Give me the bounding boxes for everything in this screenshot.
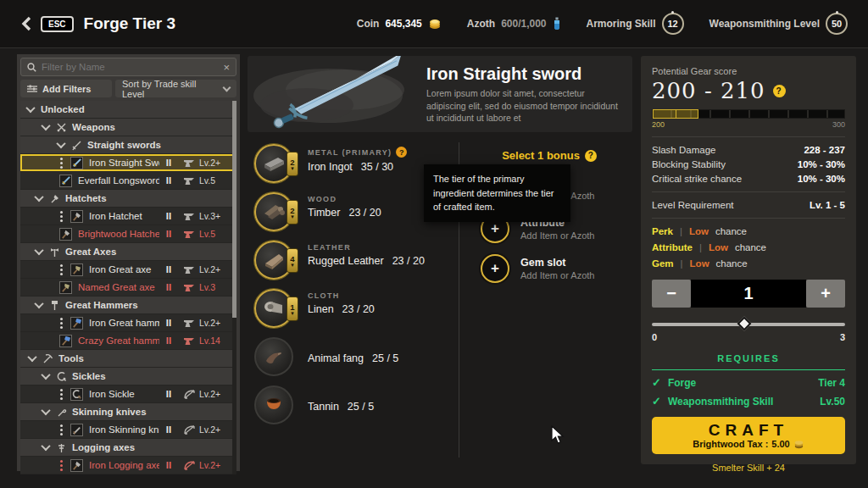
list-item-brightwood-hatchet[interactable]: Brightwood HatchetIILv.5 bbox=[20, 225, 236, 243]
sickle-icon bbox=[56, 371, 67, 382]
clear-search-icon[interactable]: × bbox=[223, 62, 230, 73]
gear-score-range bbox=[653, 109, 698, 119]
tree-group-great-hammers[interactable]: Great Hammers bbox=[20, 297, 236, 314]
search-input[interactable] bbox=[42, 62, 218, 72]
list-item-iron-logging-axe[interactable]: Iron Logging axeIILv.2+ bbox=[20, 457, 236, 474]
ingredient-rugged-leather: 4▼ LEATHER Rugged Leather23 / 20 bbox=[254, 241, 456, 280]
list-item-crazy-great-hammer[interactable]: Crazy Great hammerIILv.14 bbox=[20, 332, 236, 350]
kebab-menu-icon[interactable] bbox=[60, 429, 63, 431]
list-item-iron-great-axe[interactable]: Iron Great axeIILv.2+ bbox=[20, 261, 236, 279]
ingredient-tannin: Tannin25 / 5 bbox=[254, 385, 456, 424]
item-name: Iron Straight sword bbox=[426, 64, 619, 84]
bonus-slot-gem[interactable]: + Gem slotAdd Item or Azoth bbox=[465, 254, 633, 283]
item-icon bbox=[70, 263, 83, 276]
item-icon bbox=[59, 335, 72, 347]
smithing-skill-icon bbox=[183, 264, 196, 275]
azoth-vial-icon bbox=[553, 17, 561, 30]
scrollbar[interactable] bbox=[232, 101, 236, 474]
ingredient-slot[interactable] bbox=[254, 337, 293, 376]
quantity-badge[interactable]: 2▼ bbox=[287, 200, 298, 225]
smithing-skill-icon bbox=[183, 336, 196, 347]
plus-icon[interactable]: + bbox=[481, 254, 509, 283]
cloth-icon bbox=[262, 298, 286, 319]
ingredient-slot[interactable]: 2▼ bbox=[254, 144, 293, 183]
chevron-down-icon bbox=[56, 139, 65, 148]
kebab-menu-icon[interactable] bbox=[60, 464, 63, 467]
list-item-iron-skinning-knife[interactable]: Iron Skinning knifeIILv.2+ bbox=[20, 421, 236, 439]
list-item-everfall-longsword[interactable]: Everfall LongswordIILv.5 bbox=[20, 172, 236, 190]
item-icon bbox=[59, 281, 72, 294]
badge-arrow-icon: ▼ bbox=[290, 167, 295, 171]
kebab-menu-icon[interactable] bbox=[60, 393, 63, 396]
timber-icon bbox=[262, 202, 286, 222]
ingredient-linen: 1▼ CLOTH Linen23 / 20 bbox=[254, 289, 456, 328]
search-box[interactable]: × bbox=[20, 58, 236, 76]
tree-group-unlocked[interactable]: Unlocked bbox=[20, 101, 236, 119]
hammer-icon bbox=[49, 300, 60, 311]
tree-group-weapons[interactable]: Weapons bbox=[20, 119, 236, 136]
quantity-slider[interactable] bbox=[652, 319, 845, 330]
esc-key-badge[interactable]: ESC bbox=[41, 16, 74, 32]
decrease-button[interactable]: − bbox=[652, 280, 691, 308]
chevron-down-icon bbox=[34, 299, 43, 308]
quantity-badge[interactable]: 1▼ bbox=[287, 297, 298, 321]
ingredient-slot[interactable] bbox=[254, 385, 293, 424]
logging-axe-icon bbox=[56, 442, 67, 453]
list-item-iron-straight-sword[interactable]: Iron Straight SwordIILv.2+ bbox=[20, 154, 236, 172]
badge-arrow-icon: ▼ bbox=[290, 263, 295, 268]
chevron-down-icon bbox=[34, 246, 43, 255]
tree-group-sickles[interactable]: Sickles bbox=[20, 368, 236, 385]
help-icon[interactable]: ? bbox=[396, 147, 407, 158]
sort-dropdown[interactable]: Sort by Trade skill Level bbox=[115, 80, 236, 97]
quantity-value: 1 bbox=[691, 280, 806, 308]
kebab-menu-icon[interactable] bbox=[60, 162, 63, 164]
craft-button[interactable]: CRAFT Brightwood Tax :5.00 bbox=[652, 417, 845, 454]
list-item-iron-sickle[interactable]: Iron SickleIILv.2+ bbox=[20, 385, 236, 403]
slider-handle[interactable] bbox=[737, 317, 751, 331]
tree-group-straight-swords[interactable]: Straight swords bbox=[20, 136, 236, 154]
tree-group-great-axes[interactable]: Great Axes bbox=[20, 243, 236, 261]
smithing-skill-icon bbox=[183, 282, 196, 293]
tree-group-logging-axes[interactable]: Logging axes bbox=[20, 439, 236, 457]
help-icon[interactable]: ? bbox=[773, 85, 786, 97]
back-icon[interactable] bbox=[20, 16, 32, 31]
increase-button[interactable]: + bbox=[806, 280, 845, 308]
tree-group-skinning-knives[interactable]: Skinning knives bbox=[20, 403, 236, 421]
list-item-iron-great-hammers[interactable]: Iron Great hammersIILv.2+ bbox=[20, 314, 236, 332]
armoring-skill-gauge: 12 bbox=[662, 13, 684, 35]
ingredient-slot[interactable]: 4▼ bbox=[254, 241, 293, 280]
ingredient-slot[interactable]: 2▼ bbox=[254, 192, 293, 231]
scrollbar-thumb[interactable] bbox=[232, 101, 236, 318]
stat-row: Blocking Stability10% - 30% bbox=[652, 159, 845, 169]
help-icon[interactable]: ? bbox=[585, 150, 597, 162]
list-item-named-great-axe[interactable]: Named Great axeIILv.3 bbox=[20, 279, 236, 297]
item-icon bbox=[70, 210, 83, 223]
ingredient-animal-fang: Animal fang25 / 5 bbox=[254, 337, 456, 376]
ingredient-slot[interactable]: 1▼ bbox=[254, 289, 293, 328]
quantity-stepper: − 1 + bbox=[652, 280, 845, 308]
check-icon: ✓ bbox=[652, 395, 661, 408]
kebab-menu-icon[interactable] bbox=[60, 322, 63, 324]
leather-icon bbox=[262, 250, 286, 270]
stat-row: Slash Damage228 - 237 bbox=[652, 145, 845, 155]
tree-group-tools[interactable]: Tools bbox=[20, 350, 236, 368]
list-item-iron-hatchet[interactable]: Iron HatchetIILv.3+ bbox=[20, 208, 236, 225]
quantity-badge[interactable]: 4▼ bbox=[287, 248, 298, 273]
add-filters-button[interactable]: Add Filters bbox=[20, 80, 112, 97]
mouse-cursor bbox=[551, 425, 565, 446]
check-icon: ✓ bbox=[652, 376, 661, 389]
recipe-sidebar: × Add Filters Sort by Trade skill Level … bbox=[17, 54, 240, 471]
item-tier: Tier II bbox=[426, 131, 619, 132]
quantity-badge[interactable]: 2▼ bbox=[287, 152, 298, 176]
item-icon bbox=[59, 228, 72, 241]
tannin-pot-icon bbox=[263, 395, 285, 415]
chevron-down-icon bbox=[41, 441, 50, 451]
smithing-skill-icon bbox=[183, 175, 196, 186]
filter-sliders-icon bbox=[27, 85, 37, 93]
armoring-skill: Armoring Skill 12 bbox=[587, 13, 684, 35]
kebab-menu-icon[interactable] bbox=[60, 269, 63, 271]
great-axe-icon bbox=[49, 247, 60, 258]
kebab-menu-icon[interactable] bbox=[60, 215, 63, 218]
chevron-down-icon bbox=[41, 121, 50, 130]
tree-group-hatchets[interactable]: Hatchets bbox=[20, 190, 236, 208]
